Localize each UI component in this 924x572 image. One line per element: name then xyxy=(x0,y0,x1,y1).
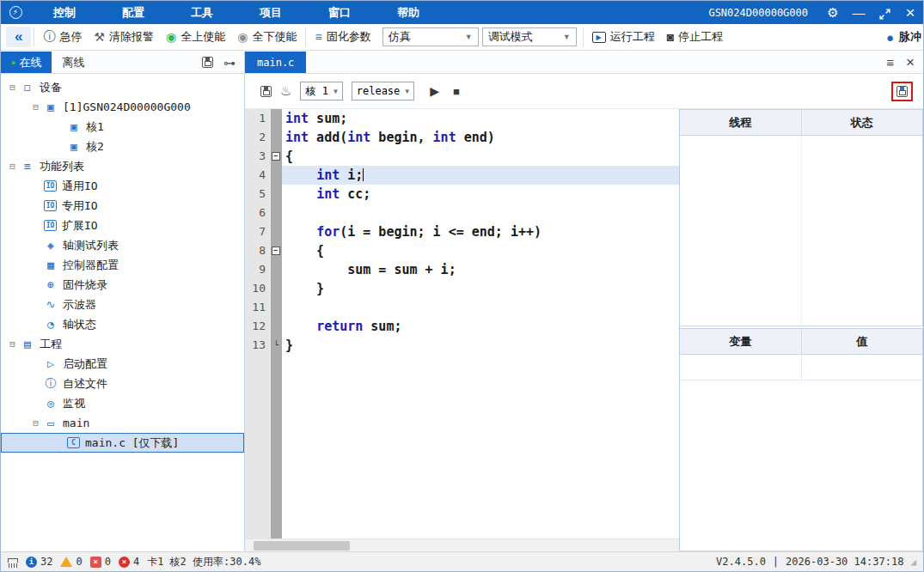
chevron-down-icon: ▼ xyxy=(563,33,571,41)
fold-gutter xyxy=(271,166,282,185)
tree-item[interactable]: ⊟◻设备 xyxy=(1,77,244,97)
burn-flame-icon[interactable]: ♨ xyxy=(280,83,291,99)
tree-expander-icon[interactable]: ⊟ xyxy=(6,338,19,350)
scrollbar-thumb[interactable] xyxy=(254,541,350,551)
menu-item-0[interactable]: 控制 xyxy=(30,5,99,21)
code-line[interactable]: 7 for(i = begin; i <= end; i++) xyxy=(245,222,679,241)
tree-item[interactable]: ▣核2 xyxy=(1,137,244,156)
code-line[interactable]: 10 } xyxy=(245,279,679,298)
code-line[interactable]: 11 xyxy=(245,298,679,317)
general-io-icon: IO xyxy=(44,180,57,192)
fold-gutter xyxy=(271,109,282,128)
tree-expander-icon[interactable]: ⊟ xyxy=(6,82,19,93)
save-config-icon[interactable] xyxy=(202,57,213,68)
enable-all-off-button[interactable]: ◉ 全下使能 xyxy=(231,24,303,50)
tree-item[interactable]: ◔轴状态 xyxy=(1,314,244,334)
panel-close-icon[interactable]: × xyxy=(906,54,915,71)
code-line[interactable]: 13└} xyxy=(245,336,679,355)
minimize-button[interactable]: — xyxy=(846,1,872,24)
code-lines: 1int sum;2int add(int begin, int end)3−{… xyxy=(245,109,679,539)
tree-expander-icon[interactable]: ⊟ xyxy=(29,417,42,429)
menu-item-2[interactable]: 工具 xyxy=(168,5,236,21)
run-project-button[interactable]: ▶ 运行工程 xyxy=(586,24,661,50)
tree-item-label: 扩展IO xyxy=(58,218,98,234)
chevron-down-icon: ▼ xyxy=(465,33,473,41)
tab-offline[interactable]: 离线 xyxy=(52,52,95,73)
menu-item-1[interactable]: 配置 xyxy=(99,5,168,21)
clear-alarm-button[interactable]: ⚒ 清除报警 xyxy=(88,24,160,50)
tree-structure-icon[interactable]: ⊶ xyxy=(223,56,236,70)
resize-grip-icon[interactable]: ◢ xyxy=(910,557,916,568)
horizontal-scrollbar[interactable] xyxy=(245,539,679,551)
tree-item[interactable]: ◎监视 xyxy=(1,393,244,413)
tree-item[interactable]: IO专用IO xyxy=(1,196,244,216)
menu-item-4[interactable]: 窗口 xyxy=(305,5,374,21)
code-editor[interactable]: 1int sum;2int add(int begin, int end)3−{… xyxy=(245,109,680,551)
fold-gutter xyxy=(271,222,282,241)
tree-item[interactable]: ▦控制器配置 xyxy=(1,255,244,275)
stop-project-button[interactable]: ◙ 停止工程 xyxy=(661,24,729,50)
code-line[interactable]: 8− { xyxy=(245,241,679,260)
core-icon: ▣ xyxy=(65,140,83,153)
simulation-mode-select[interactable]: 仿真 ▼ xyxy=(382,27,479,46)
code-text: sum = sum + i; xyxy=(282,260,679,279)
code-line[interactable]: 6 xyxy=(245,204,679,222)
table-row[interactable] xyxy=(801,355,923,380)
code-line[interactable]: 5 int cc; xyxy=(245,185,679,204)
fold-marker-icon[interactable]: − xyxy=(271,241,282,260)
tree-item[interactable]: ◈轴测试列表 xyxy=(1,235,244,255)
tree-expander-icon[interactable]: ⊟ xyxy=(6,161,19,172)
tree-item[interactable]: ▣核1 xyxy=(1,117,244,137)
tree-item[interactable]: ⊕固件烧录 xyxy=(1,275,244,295)
text-cursor xyxy=(363,168,364,181)
tree-expander-icon[interactable]: ⊟ xyxy=(29,101,42,113)
line-number: 5 xyxy=(245,185,271,204)
tree-item-label: 核1 xyxy=(83,119,104,135)
code-line[interactable]: 9 sum = sum + i; xyxy=(245,260,679,279)
document-tabbar: main.c ≡ × xyxy=(245,52,923,74)
stop-button[interactable]: ■ xyxy=(453,85,460,98)
close-button[interactable]: × xyxy=(897,1,923,24)
device-id: GSN024D00000G000 xyxy=(708,7,808,19)
tree-item[interactable]: ⊟▤工程 xyxy=(1,334,244,354)
code-line[interactable]: 1int sum; xyxy=(245,109,679,128)
code-line[interactable]: 2int add(int begin, int end) xyxy=(245,128,679,147)
settings-gear-icon[interactable]: ⚙ xyxy=(820,1,846,24)
menu-item-3[interactable]: 项目 xyxy=(236,5,305,21)
fold-gutter xyxy=(271,185,282,204)
build-config-select[interactable]: release ▼ xyxy=(352,82,414,100)
maximize-button[interactable] xyxy=(872,1,897,24)
tree-item[interactable]: Cmain.c [仅下载] xyxy=(1,433,244,453)
code-text: int i; xyxy=(282,166,679,185)
panel-menu-icon[interactable]: ≡ xyxy=(886,55,894,70)
emergency-stop-button[interactable]: ⓘ 急停 xyxy=(37,24,88,50)
solidify-params-button[interactable]: ≡ 固化参数 xyxy=(309,24,376,50)
core-select[interactable]: 核 1 ▼ xyxy=(300,82,342,100)
tab-online[interactable]: ● 在线 xyxy=(1,52,52,73)
table-row[interactable] xyxy=(680,355,801,380)
save-file-icon[interactable] xyxy=(260,86,272,97)
tree-item-label: 轴状态 xyxy=(59,317,96,332)
tree-item[interactable]: ⊟▣[1]GSN024D00000G000 xyxy=(1,97,244,117)
toolbar-separator xyxy=(583,27,584,46)
enable-all-on-button[interactable]: ◉ 全上使能 xyxy=(160,24,231,50)
tree-item[interactable]: ∿示波器 xyxy=(1,295,244,314)
clear-messages-icon[interactable] xyxy=(8,558,18,563)
left-panel-tabs: ● 在线 离线 ⊶ xyxy=(1,52,244,74)
code-line[interactable]: 12 return sum; xyxy=(245,317,679,336)
fold-marker-icon[interactable]: − xyxy=(271,147,282,166)
collapse-panel-button[interactable]: « xyxy=(6,27,31,47)
code-line[interactable]: 3−{ xyxy=(245,147,679,166)
tree-item[interactable]: ⊟▭main xyxy=(1,413,244,433)
tree-item[interactable]: ⓘ自述文件 xyxy=(1,374,244,393)
menu-item-5[interactable]: 帮助 xyxy=(374,5,443,21)
download-save-icon[interactable] xyxy=(896,86,908,97)
code-line[interactable]: 4 int i; xyxy=(245,166,679,185)
tab-main-c[interactable]: main.c xyxy=(245,52,306,73)
tree-item[interactable]: ⊟≡功能列表 xyxy=(1,156,244,176)
run-button[interactable]: ▶ xyxy=(430,84,439,98)
tree-item[interactable]: ▷启动配置 xyxy=(1,354,244,374)
tree-item[interactable]: IO扩展IO xyxy=(1,216,244,235)
tree-item[interactable]: IO通用IO xyxy=(1,176,244,196)
debug-mode-select[interactable]: 调试模式 ▼ xyxy=(482,27,577,46)
